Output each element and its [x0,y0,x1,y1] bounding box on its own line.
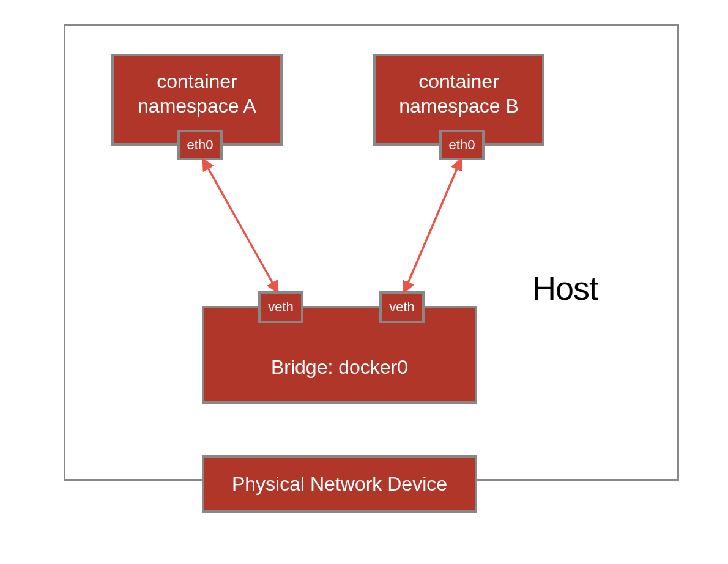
veth-left: veth [258,291,303,323]
physical-network-device: Physical Network Device [202,455,477,513]
eth0-a: eth0 [177,130,223,160]
container-a-text: container namespace A [138,69,256,118]
diagram-canvas: Host container namespace A eth0 containe… [0,0,728,564]
container-b-text: container namespace B [399,69,519,118]
container-b-line1: container [418,70,499,92]
container-b-line2: namespace B [399,95,519,117]
container-a-line2: namespace A [138,95,256,117]
bridge-docker0: Bridge: docker0 [202,306,477,404]
eth0-b: eth0 [439,130,485,160]
bridge-label: Bridge: docker0 [271,356,408,379]
host-label: Host [532,269,598,307]
container-a-line1: container [157,70,237,92]
veth-right: veth [379,291,425,323]
